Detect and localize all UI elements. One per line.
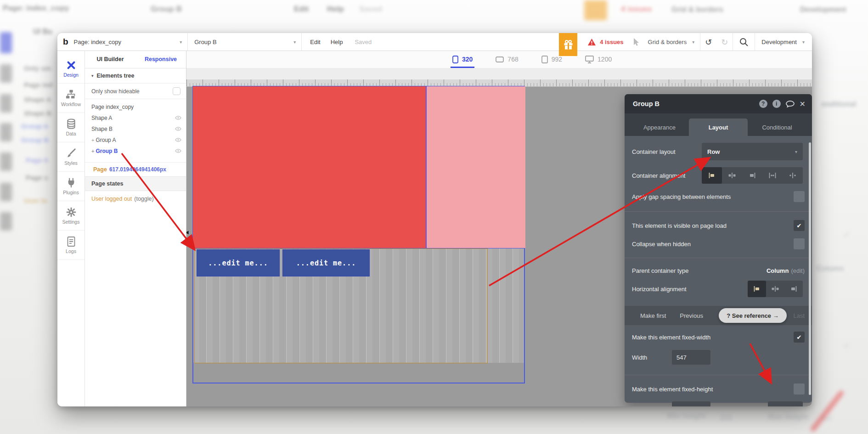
expander-icon[interactable]: + xyxy=(91,137,94,143)
page-selector-dropdown[interactable]: Page: index_copy ▾ xyxy=(74,33,188,51)
phone-icon xyxy=(452,56,458,63)
tab-conditional[interactable]: Conditional xyxy=(748,118,806,136)
space-between-button[interactable] xyxy=(762,167,783,184)
sidebar-item-design[interactable]: Design xyxy=(57,54,85,84)
only-show-hideable-checkbox[interactable] xyxy=(173,87,180,95)
see-reference-tooltip[interactable]: ? See reference → xyxy=(719,308,787,323)
sidebar-item-logs[interactable]: Logs xyxy=(57,231,85,260)
parent-container-type-value: Column xyxy=(767,267,789,274)
page-frame[interactable]: ...edit me......edit me... xyxy=(193,86,524,383)
fixed-height-checkbox[interactable] xyxy=(794,383,805,395)
collapse-when-hidden-row: Collapse when hidden xyxy=(625,235,812,253)
align-left-button[interactable] xyxy=(702,167,722,184)
tree-item-shape-a[interactable]: Shape A xyxy=(85,113,186,124)
chevron-down-icon: ▾ xyxy=(91,73,94,78)
tree-item-page-index-copy[interactable]: Page index_copy xyxy=(85,101,186,113)
backdrop-text-fragment: 211 xyxy=(720,413,733,423)
backdrop-text-fragment: Group B xyxy=(21,136,49,144)
align-left-button[interactable] xyxy=(748,281,766,297)
container-layout-select[interactable]: Row ▾ xyxy=(702,143,803,160)
align-right-button[interactable] xyxy=(742,167,762,184)
eye-icon[interactable] xyxy=(175,137,181,143)
collapse-when-hidden-checkbox[interactable] xyxy=(794,238,805,249)
search-icon[interactable] xyxy=(739,38,748,46)
sidebar-item-settings[interactable]: Settings xyxy=(57,201,85,231)
backdrop-text-fragment: Shape B xyxy=(24,109,51,117)
tree-item-shape-b[interactable]: Shape B xyxy=(85,124,186,135)
eye-icon[interactable] xyxy=(175,115,181,121)
min-height-input[interactable] xyxy=(672,401,710,406)
align-center-button[interactable] xyxy=(722,167,742,184)
redo-icon[interactable]: ↻ xyxy=(721,37,728,47)
tab-appearance[interactable]: Appearance xyxy=(630,118,689,136)
tree-item-label: Page index_copy xyxy=(91,104,134,110)
bubble-editor-window: b Page: index_copy ▾ Group B ▾ Edit Help… xyxy=(57,33,812,406)
fixed-height-label: Make this element fixed-height xyxy=(632,386,713,393)
gap-spacing-label: Apply gap spacing between elements xyxy=(632,193,731,200)
bubble-logo: b xyxy=(63,37,68,47)
panel-scrollbar[interactable] xyxy=(809,142,811,395)
breakpoint-label: 320 xyxy=(462,56,473,63)
gift-button[interactable] xyxy=(559,33,577,56)
backdrop-text-fragment: ✔ xyxy=(843,230,850,240)
eye-icon[interactable] xyxy=(175,126,181,132)
sidebar-item-data[interactable]: Data xyxy=(57,113,85,142)
comment-icon[interactable] xyxy=(786,101,795,107)
max-height-label: Max height xyxy=(730,406,760,407)
make-first-button[interactable]: Make first xyxy=(640,312,666,319)
backdrop-blob xyxy=(0,123,12,141)
elements-tree-header[interactable]: ▾ Elements tree xyxy=(85,68,186,84)
expander-icon[interactable]: + xyxy=(91,148,94,154)
eye-icon[interactable] xyxy=(175,148,181,154)
shape-a-element[interactable] xyxy=(193,86,426,248)
breakpoint-320[interactable]: 320 xyxy=(451,51,474,68)
page-state-item[interactable]: User logged out (toggle) xyxy=(85,191,186,207)
state-name: User logged out xyxy=(91,196,132,202)
styles-icon xyxy=(66,148,77,159)
gap-spacing-checkbox[interactable] xyxy=(794,191,805,202)
fixed-width-checkbox[interactable]: ✔ xyxy=(794,332,805,343)
tab-layout[interactable]: Layout xyxy=(689,118,748,136)
sidebar-item-styles[interactable]: Styles xyxy=(57,142,85,172)
breakpoint-1200[interactable]: 1200 xyxy=(583,51,614,68)
breakpoint-768[interactable]: 768 xyxy=(494,51,520,68)
visible-on-load-checkbox[interactable]: ✔ xyxy=(794,220,805,231)
environment-dropdown[interactable]: Development xyxy=(761,39,797,45)
info-icon[interactable]: i xyxy=(772,100,781,108)
tree-item-group-b[interactable]: +Group B xyxy=(85,146,186,157)
desktop-icon xyxy=(585,56,594,63)
space-around-button[interactable] xyxy=(783,167,803,184)
element-selector-dropdown[interactable]: Group B ▾ xyxy=(188,33,301,51)
horizontal-alignment-row: Horizontal alignment xyxy=(625,278,812,299)
max-height-input[interactable] xyxy=(768,401,803,406)
issues-counter[interactable]: 4 issues xyxy=(600,39,623,45)
help-icon[interactable]: ? xyxy=(759,100,767,108)
last-button[interactable]: Last xyxy=(793,312,805,319)
sidebar-item-plugins[interactable]: Plugins xyxy=(57,172,85,201)
saved-status: Saved xyxy=(355,39,372,45)
tree-item-group-a[interactable]: +Group A xyxy=(85,135,186,146)
menu-edit[interactable]: Edit xyxy=(310,39,320,45)
edit-me-button[interactable]: ...edit me... xyxy=(197,249,280,276)
width-input[interactable] xyxy=(672,350,710,365)
divider xyxy=(625,258,812,258)
align-right-button[interactable] xyxy=(784,281,803,297)
undo-icon[interactable]: ↺ xyxy=(705,37,712,47)
container-alignment-row: Container alignment xyxy=(625,164,812,186)
parent-type-edit-link[interactable]: (edit) xyxy=(791,267,805,274)
menu-help[interactable]: Help xyxy=(331,39,343,45)
sidebar-item-workflow[interactable]: Workflow xyxy=(57,84,85,113)
top-toolbar: b Page: index_copy ▾ Group B ▾ Edit Help… xyxy=(57,33,812,51)
edit-me-button[interactable]: ...edit me... xyxy=(282,249,370,276)
previous-button[interactable]: Previous xyxy=(680,312,703,319)
shape-b-element[interactable] xyxy=(426,86,525,248)
breakpoint-label: 1200 xyxy=(597,56,612,63)
element-order-strip: Make first Previous Last ? See reference… xyxy=(625,306,812,325)
close-icon[interactable]: ✕ xyxy=(800,100,806,108)
tab-ui-builder[interactable]: UI Builder xyxy=(85,56,135,62)
collapse-panel-arrow-icon[interactable]: ◀ xyxy=(186,230,189,235)
grid-borders-dropdown[interactable]: Grid & borders xyxy=(648,39,687,45)
align-center-button[interactable] xyxy=(766,281,784,297)
property-editor-header[interactable]: Group B ? i ✕ xyxy=(625,94,812,113)
tab-responsive[interactable]: Responsive xyxy=(135,56,186,62)
